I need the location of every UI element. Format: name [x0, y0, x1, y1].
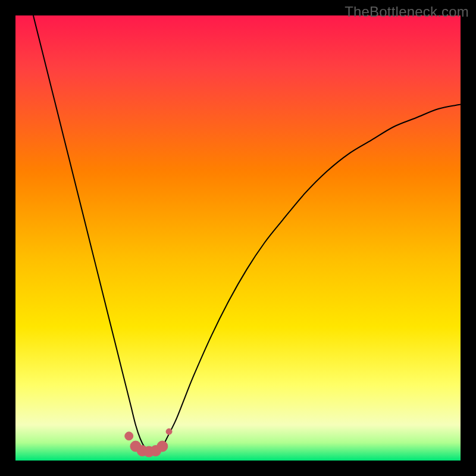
chart-frame: TheBottleneck.com: [0, 0, 476, 476]
gradient-background: [15, 15, 461, 461]
plot-area: [15, 15, 461, 461]
watermark-text: TheBottleneck.com: [345, 4, 469, 20]
svg-rect-0: [15, 15, 461, 461]
